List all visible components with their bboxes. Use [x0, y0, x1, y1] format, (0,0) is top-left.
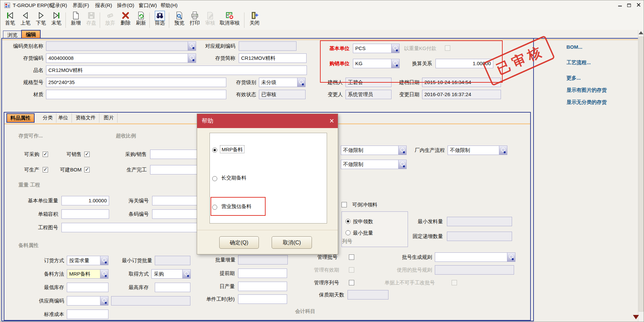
- max-stock-field[interactable]: [155, 283, 190, 292]
- toolbar-new-button[interactable]: 新增: [68, 11, 84, 29]
- order-mode-field[interactable]: 按需求量: [67, 256, 108, 265]
- option-sales-forecast-radio[interactable]: [212, 205, 217, 210]
- subtab-unit[interactable]: 单位: [55, 113, 72, 123]
- menu-item-action[interactable]: 操作(O): [117, 2, 134, 9]
- tab-edit[interactable]: 编辑: [21, 30, 41, 39]
- link-show-unclassified[interactable]: 显示无分类的存货: [566, 99, 607, 106]
- lookup-icon[interactable]: [297, 78, 305, 87]
- subtab-item-props[interactable]: 料品属性: [6, 113, 35, 123]
- spec-field[interactable]: 250*240*35: [46, 78, 226, 87]
- menu-item-report[interactable]: 报表(R): [95, 2, 112, 9]
- supplier-code-field[interactable]: [67, 296, 108, 306]
- create-date-label: 建档日期: [392, 78, 419, 87]
- option-mrp-radio[interactable]: [212, 148, 217, 153]
- scroll-up-icon[interactable]: [639, 31, 643, 34]
- toolbar-preview-button[interactable]: 预览: [172, 11, 187, 29]
- link-show-with-image[interactable]: 显示有图片的存货: [566, 87, 607, 93]
- toolbar-filter-button[interactable]: 筛选: [152, 11, 168, 29]
- look up-icon[interactable]: [391, 59, 399, 68]
- std-cost-field[interactable]: [67, 310, 108, 319]
- base-unit-field[interactable]: PCS: [353, 44, 400, 53]
- lookup-icon[interactable]: [398, 160, 406, 169]
- scroll-down-icon[interactable]: [633, 315, 639, 319]
- lookup-icon[interactable]: [499, 146, 507, 155]
- link-process-flow[interactable]: 工艺流程...: [566, 59, 591, 66]
- option-mrp-label[interactable]: MRP备料: [220, 145, 244, 153]
- dialog-cancel-button[interactable]: 取消(C): [272, 236, 312, 249]
- backflush-checkbox[interactable]: [341, 202, 347, 207]
- lookup-icon[interactable]: [188, 54, 196, 63]
- daily-output-field[interactable]: [238, 282, 287, 291]
- toolbar-print-button[interactable]: 打印: [187, 11, 202, 29]
- lookup-icon[interactable]: [391, 44, 399, 53]
- minimize-icon[interactable]: [616, 2, 624, 8]
- toolbar-first-button[interactable]: 首笔: [2, 11, 18, 29]
- menu-bar: T-GROUP ERP(E) 记录(R) 界面(F) 报表(R) 操作(O) 窗…: [0, 0, 644, 10]
- process-restrict-1-field[interactable]: 不做限制: [341, 146, 407, 155]
- toolbar-audit-button: 审核: [202, 11, 218, 29]
- subtab-image[interactable]: 图片: [100, 113, 118, 123]
- code-category-label: 编码类别名称: [6, 41, 43, 51]
- prep-method-field[interactable]: MRP备料: [67, 269, 108, 279]
- can-bom-label: 可建BOM: [57, 165, 82, 174]
- can-sell-checkbox[interactable]: [84, 152, 90, 157]
- item-level-field[interactable]: 未分级: [259, 78, 306, 87]
- link-bom[interactable]: BOM...: [566, 44, 583, 50]
- trade-unit-field[interactable]: KG: [353, 59, 400, 68]
- lookup-icon[interactable]: [182, 270, 190, 278]
- scrollbar-thumb[interactable]: [639, 37, 644, 312]
- toolbar-prev-button[interactable]: 上笔: [18, 11, 33, 29]
- can-produce-checkbox[interactable]: [43, 167, 48, 172]
- manage-serial-checkbox[interactable]: [349, 280, 354, 285]
- subtab-category[interactable]: 分类: [39, 113, 56, 123]
- link-more[interactable]: 更多...: [566, 75, 581, 81]
- material-field[interactable]: [46, 90, 226, 99]
- issue-by-min-batch-radio[interactable]: [346, 230, 351, 235]
- item-code-field[interactable]: 400400008: [46, 53, 196, 63]
- manage-batch-checkbox[interactable]: [349, 254, 354, 260]
- dialog-close-icon[interactable]: [329, 118, 334, 124]
- menu-item-window[interactable]: 窗口(W): [139, 2, 157, 9]
- toolbar-cancel-audit-button[interactable]: 取消审核: [218, 11, 241, 29]
- issue-by-request-radio[interactable]: [346, 219, 351, 224]
- lead-time-field[interactable]: [238, 269, 287, 278]
- process-restrict-2-field[interactable]: 不做限制: [341, 160, 407, 169]
- tab-browse[interactable]: 浏览: [3, 31, 22, 39]
- restore-icon[interactable]: [625, 2, 633, 8]
- box-volume-field[interactable]: [61, 209, 109, 219]
- base-weight-field[interactable]: 1.00000: [61, 196, 109, 205]
- acquire-mode-field[interactable]: 采购: [151, 269, 191, 279]
- option-long-lead-radio[interactable]: [212, 176, 217, 181]
- toolbar-next-button[interactable]: 下笔: [33, 11, 49, 29]
- subtab-qualification[interactable]: 资格文件: [72, 113, 99, 123]
- batch-rule-field[interactable]: [435, 252, 515, 262]
- toolbar-last-button[interactable]: 末笔: [49, 11, 64, 29]
- lookup-icon[interactable]: [100, 296, 108, 305]
- can-bom-checkbox[interactable]: [84, 167, 90, 172]
- toolbar-refresh-button[interactable]: 刷新: [133, 11, 149, 29]
- menu-item-ui[interactable]: 界面(F): [73, 2, 89, 9]
- item-name-field[interactable]: CR12MOV精料: [46, 66, 307, 75]
- lookup-icon[interactable]: [100, 270, 108, 278]
- toolbar-delete-button[interactable]: 删除: [118, 11, 133, 29]
- item-short-name-field[interactable]: CR12MOV精料: [239, 53, 307, 63]
- menu-item-help[interactable]: 帮助(H): [160, 2, 178, 9]
- toolbar-close-button[interactable]: 关闭: [247, 11, 262, 29]
- toolbar-save-button: 存盘: [84, 11, 99, 29]
- can-purchase-checkbox[interactable]: [43, 152, 48, 157]
- menu-item-record[interactable]: 记录(R): [50, 2, 67, 9]
- min-stock-field[interactable]: [67, 283, 108, 292]
- option-long-lead-label[interactable]: 长交期备料: [220, 174, 248, 182]
- close-icon[interactable]: [635, 2, 642, 8]
- trade-unit-label: 购销单位: [325, 59, 350, 68]
- dialog-title-bar[interactable]: 帮助: [197, 114, 338, 128]
- lookup-icon[interactable]: [507, 253, 515, 261]
- lookup-icon[interactable]: [398, 146, 406, 155]
- lookup-icon[interactable]: [188, 42, 196, 50]
- unit-work-field[interactable]: [238, 294, 287, 304]
- menu-item-app[interactable]: T-GROUP ERP(E): [13, 2, 54, 9]
- dialog-ok-button[interactable]: 确定(Q): [219, 236, 259, 249]
- option-sales-forecast-label[interactable]: 营业预估备料: [220, 202, 253, 210]
- factory-flow-field[interactable]: 不做限制: [448, 146, 507, 155]
- lookup-icon[interactable]: [100, 256, 108, 265]
